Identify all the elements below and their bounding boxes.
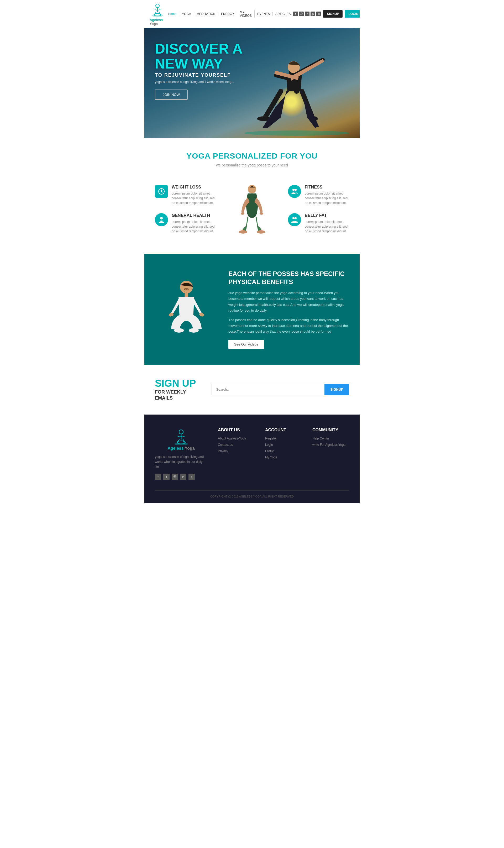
svg-point-24 bbox=[239, 230, 247, 234]
general-health-desc: Lorem ipsum dolor sit amet, consectetur … bbox=[172, 219, 216, 234]
svg-point-38 bbox=[174, 328, 184, 332]
fitness-people-icon bbox=[291, 187, 299, 195]
footer-account-myyoga[interactable]: My Yoga bbox=[265, 455, 302, 459]
footer-about-link-2[interactable]: Contact us bbox=[218, 443, 255, 447]
footer-instagram-icon[interactable]: Ⓒ bbox=[172, 474, 178, 480]
signup-section: SIGN UP FOR WEEKLY EMAILS SIGNUP bbox=[144, 365, 360, 415]
feature-belly-fat: BELLY FAT Lorem ipsum dolor sit amet, co… bbox=[288, 213, 349, 234]
svg-point-31 bbox=[294, 217, 296, 219]
logo-text: Ageless Yoga bbox=[150, 18, 165, 26]
svg-point-17 bbox=[160, 217, 163, 219]
svg-point-21 bbox=[248, 185, 256, 193]
twitter-icon: t bbox=[305, 12, 309, 16]
social-icons-header: f Ⓒ t p in bbox=[293, 12, 321, 16]
footer-pinterest-icon[interactable]: p bbox=[188, 474, 195, 480]
svg-point-30 bbox=[292, 217, 294, 219]
footer-account: ACCOUNT Register Login Profile My Yoga bbox=[265, 428, 302, 480]
footer-about-link-3[interactable]: Privacy bbox=[218, 449, 255, 453]
footer-community-write[interactable]: write For Agreless Yoga bbox=[312, 443, 349, 447]
footer-account-title: ACCOUNT bbox=[265, 428, 302, 432]
belly-fat-desc: Lorem ipsum dolor sit amet, consectetur … bbox=[305, 219, 349, 234]
footer-brand-desc: yoga is a science of right living and wo… bbox=[155, 454, 208, 470]
feature-fitness: FITNESS Lorem ipsum dolor sit amet, cons… bbox=[288, 185, 349, 205]
signup-email-input[interactable] bbox=[212, 384, 324, 395]
nav-myvideos[interactable]: MY VIDEOS bbox=[237, 10, 255, 18]
yoga-camel-pose bbox=[228, 178, 276, 241]
fitness-desc: Lorem ipsum dolor sit amet, consectetur … bbox=[305, 191, 349, 205]
general-health-icon bbox=[155, 213, 168, 226]
nav-articles[interactable]: ARTICLES bbox=[273, 12, 293, 16]
svg-point-16 bbox=[161, 191, 162, 192]
svg-point-23 bbox=[259, 212, 263, 215]
personalized-section: YOGA PERSONALIZED FOR YOU we personalize… bbox=[144, 138, 360, 254]
join-now-button[interactable]: JOIN NOW bbox=[155, 90, 188, 100]
belly-fat-icon bbox=[288, 213, 301, 226]
logo-area: Ageless Yoga bbox=[150, 2, 165, 26]
meditation-pose-svg bbox=[155, 270, 218, 349]
pinterest-icon: p bbox=[310, 12, 315, 16]
footer-account-profile[interactable]: Profile bbox=[265, 449, 302, 453]
features-center-image bbox=[221, 178, 283, 241]
nav-energy[interactable]: ENERGY bbox=[218, 12, 237, 16]
footer-twitter-icon[interactable]: t bbox=[163, 474, 169, 480]
weight-loss-content: WEIGHT LOSS Lorem ipsum dolor sit amet, … bbox=[172, 185, 216, 205]
clock-icon bbox=[158, 188, 165, 195]
svg-point-41 bbox=[179, 430, 183, 434]
footer-grid: Ageless Yoga yoga is a science of right … bbox=[155, 428, 349, 480]
svg-point-39 bbox=[189, 328, 199, 332]
header-actions: f Ⓒ t p in SIGNUP LOGIN bbox=[293, 10, 360, 18]
benefits-section: EACH OF THE POSSES HAS SPECIFIC PHYSICAL… bbox=[144, 254, 360, 365]
features-right: FITNESS Lorem ipsum dolor sit amet, cons… bbox=[288, 185, 349, 234]
footer-linkedin-icon[interactable]: in bbox=[180, 474, 186, 480]
footer-social: f t Ⓒ in p bbox=[155, 474, 208, 480]
hero-content: DISCOVER A NEW WAY TO REJUVINATE YOURSEL… bbox=[144, 28, 265, 113]
svg-point-1 bbox=[156, 4, 159, 7]
hero-title: DISCOVER A NEW WAY bbox=[155, 41, 255, 71]
footer-account-register[interactable]: Register bbox=[265, 437, 302, 440]
footer-logo-text: Ageless Yoga bbox=[167, 446, 195, 451]
svg-point-25 bbox=[257, 230, 265, 234]
fitness-content: FITNESS Lorem ipsum dolor sit amet, cons… bbox=[305, 185, 349, 205]
footer-about-link-1[interactable]: About Ageless-Yoga bbox=[218, 437, 255, 440]
login-button[interactable]: LOGIN bbox=[345, 10, 360, 18]
footer-community: COMMUNITY Help Center write For Agreless… bbox=[312, 428, 349, 480]
general-health-title: GENERAL HEALTH bbox=[172, 213, 216, 218]
svg-point-26 bbox=[292, 189, 294, 191]
belly-icon bbox=[291, 216, 299, 224]
nav-home[interactable]: Home bbox=[165, 12, 179, 16]
footer-logo-icon bbox=[172, 428, 190, 446]
footer-community-help[interactable]: Help Center bbox=[312, 437, 349, 440]
signup-button[interactable]: SIGNUP bbox=[323, 10, 343, 18]
svg-rect-35 bbox=[184, 293, 188, 297]
footer-facebook-icon[interactable]: f bbox=[155, 474, 161, 480]
signup-label: SIGN UP FOR WEEKLY EMAILS bbox=[155, 378, 196, 401]
footer: Ageless Yoga yoga is a science of right … bbox=[144, 415, 360, 504]
instagram-icon: Ⓒ bbox=[299, 12, 304, 16]
features-left: WEIGHT LOSS Lorem ipsum dolor sit amet, … bbox=[155, 185, 216, 234]
hero-subtitle: TO REJUVINATE YOURSELF bbox=[155, 72, 255, 78]
personalized-title: YOGA PERSONALIZED FOR YOU bbox=[155, 151, 349, 160]
belly-fat-content: BELLY FAT Lorem ipsum dolor sit amet, co… bbox=[305, 213, 349, 234]
nav-events[interactable]: EVENTS bbox=[255, 12, 273, 16]
footer-logo: Ageless Yoga bbox=[155, 428, 208, 451]
nav-yoga[interactable]: YOGA bbox=[179, 12, 194, 16]
person-icon bbox=[158, 216, 165, 224]
hero-section: DISCOVER A NEW WAY TO REJUVINATE YOURSEL… bbox=[144, 28, 360, 138]
svg-point-34 bbox=[180, 281, 193, 293]
see-videos-button[interactable]: See Our Videos bbox=[228, 340, 264, 349]
facebook-icon: f bbox=[293, 12, 298, 16]
linkedin-icon: in bbox=[316, 12, 321, 16]
svg-point-3 bbox=[244, 130, 349, 136]
main-nav: Home YOGA MEDITATION ENERGY MY VIDEOS EV… bbox=[165, 10, 293, 18]
benefits-content: EACH OF THE POSSES HAS SPECIFIC PHYSICAL… bbox=[228, 270, 349, 349]
footer-account-login[interactable]: Login bbox=[265, 443, 302, 447]
feature-general-health: GENERAL HEALTH Lorem ipsum dolor sit ame… bbox=[155, 213, 216, 234]
signup-subtitle: FOR WEEKLY EMAILS bbox=[155, 389, 196, 401]
weight-loss-icon bbox=[155, 185, 168, 198]
signup-submit-button[interactable]: SIGNUP bbox=[324, 384, 349, 395]
personalized-subtitle: we personalize the yoga poses to your ne… bbox=[155, 163, 349, 167]
nav-meditation[interactable]: MEDITATION bbox=[194, 12, 218, 16]
signup-form: SIGNUP bbox=[212, 384, 349, 395]
header: Ageless Yoga Home YOGA MEDITATION ENERGY… bbox=[144, 0, 360, 28]
fitness-icon bbox=[288, 185, 301, 198]
